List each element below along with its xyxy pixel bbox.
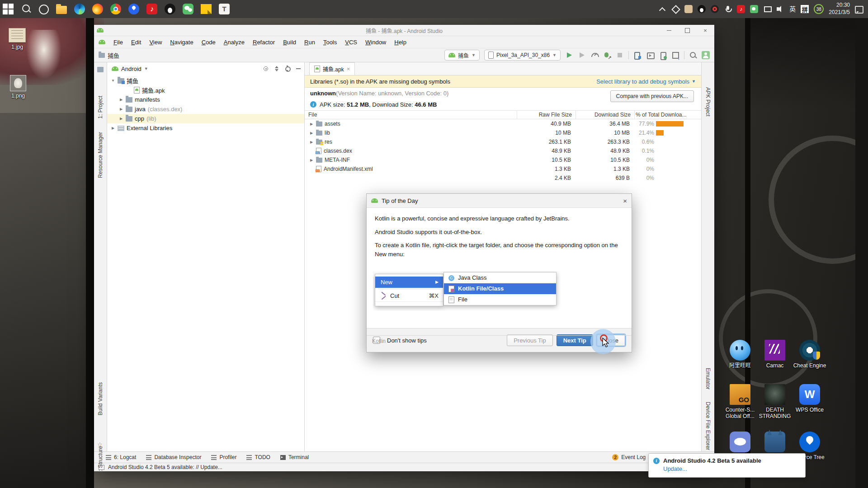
tab-apk-file[interactable]: 捕鱼.apk ×	[309, 62, 355, 75]
menu-tools[interactable]: Tools	[320, 38, 340, 47]
tree-item-cpp[interactable]: ▶ cpp (lib)	[107, 114, 304, 123]
qq-icon[interactable]	[165, 4, 175, 14]
menu-window[interactable]: Window	[362, 38, 390, 47]
run-window-icon[interactable]	[646, 51, 654, 59]
add-debug-symbols-link[interactable]: Select library to add debug symbols ▼	[596, 78, 696, 85]
ime-mode-indicator[interactable]: 拼	[801, 5, 809, 13]
menu-navigate[interactable]: Navigate	[166, 38, 197, 47]
search-everywhere-icon[interactable]	[689, 51, 697, 59]
hide-panel-icon[interactable]	[295, 66, 302, 72]
menu-help[interactable]: Help	[391, 38, 410, 47]
table-row[interactable]: ▶ META-INF 10.5 KB 10.5 KB 0%	[305, 155, 701, 164]
status-message[interactable]: Android Studio 4.2 Beta 5 available: // …	[108, 464, 222, 470]
sync-device-icon[interactable]	[659, 51, 667, 59]
project-view-selector[interactable]: Android	[121, 66, 142, 72]
search-icon[interactable]	[21, 4, 32, 14]
run-button[interactable]	[565, 51, 573, 59]
window-titlebar[interactable]: 捕鱼 - 捕鱼.apk - Android Studio ×	[94, 25, 714, 36]
typora-icon[interactable]	[219, 4, 230, 14]
desktop-icon-wps-office[interactable]: W WPS Office	[792, 384, 828, 413]
tool-strip-resource-manager[interactable]: Resource Manager	[94, 130, 107, 180]
tree-item-external-libraries[interactable]: ▶ External Libraries	[107, 123, 304, 133]
tree-item-捕鱼-apk[interactable]: 捕鱼.apk	[107, 85, 304, 95]
close-tab-icon[interactable]: ×	[347, 66, 350, 72]
tree-item-捕鱼[interactable]: ▼ 捕鱼	[107, 76, 304, 85]
recorder-icon[interactable]	[711, 5, 719, 13]
netease-tray-icon[interactable]	[737, 5, 745, 13]
wechat-tray-icon[interactable]	[750, 5, 758, 13]
table-row[interactable]: classes.dex 48.9 KB 48.9 KB 0.1%	[305, 146, 701, 155]
navigation-bar-item[interactable]: 捕鱼	[99, 51, 119, 60]
desktop-icon-1jpg[interactable]: 1.jpg	[3, 28, 32, 50]
update-link[interactable]: Update...	[663, 465, 801, 472]
network-icon[interactable]	[763, 5, 771, 13]
project-tool-icon[interactable]	[97, 67, 104, 72]
table-row[interactable]: AndroidManifest.xml 1.3 KB 1.3 KB 0%	[305, 164, 701, 174]
firefox-icon[interactable]	[92, 4, 103, 14]
device-manager-icon[interactable]	[633, 51, 642, 59]
battery-indicator[interactable]: 38	[814, 4, 824, 14]
chrome-icon[interactable]	[110, 4, 121, 14]
locate-file-icon[interactable]	[263, 66, 269, 72]
unity-icon[interactable]	[671, 5, 679, 13]
tree-item-java[interactable]: ▶ java (classes.dex)	[107, 104, 304, 114]
tool-window-button-terminal[interactable]: Terminal	[280, 454, 309, 460]
wechat-icon[interactable]	[183, 4, 193, 14]
qq-tray-icon[interactable]	[698, 5, 706, 13]
netease-music-icon[interactable]	[146, 4, 157, 14]
menu-build[interactable]: Build	[279, 38, 300, 47]
table-header-row[interactable]: FileRaw File SizeDownload Size% of Total…	[305, 110, 701, 119]
action-center-icon[interactable]	[855, 6, 863, 14]
device-selector[interactable]: Pixel_3a_API_30_x86 ▼	[484, 50, 561, 61]
menu-edit[interactable]: Edit	[127, 38, 145, 47]
tool-strip-apk-project[interactable]: APK Project	[702, 68, 714, 136]
profile-avatar[interactable]	[702, 51, 710, 59]
close-window-button[interactable]: ×	[696, 25, 714, 36]
desktop-icon-1png[interactable]: 1.png	[4, 75, 33, 99]
attach-debugger-icon[interactable]	[578, 51, 586, 59]
update-notification[interactable]: i Android Studio 4.2 Beta 5 available Up…	[648, 453, 806, 478]
volume-icon[interactable]	[776, 5, 784, 13]
tool-window-button-database[interactable]: Database Inspector	[146, 454, 201, 460]
maximize-button[interactable]	[678, 25, 696, 36]
compare-apk-button[interactable]: Compare with previous APK...	[610, 90, 694, 102]
clock[interactable]: 20:30 2021/3/5	[829, 2, 850, 16]
menu-code[interactable]: Code	[198, 38, 219, 47]
menu-vcs[interactable]: VCS	[341, 38, 361, 47]
sticky-notes-icon[interactable]	[201, 4, 212, 14]
file-explorer-icon[interactable]	[56, 6, 67, 14]
menu-analyze[interactable]: Analyze	[220, 38, 248, 47]
apply-changes-icon[interactable]	[603, 51, 611, 59]
tool-strip-build-variants[interactable]: Build Variants	[94, 374, 107, 424]
minimize-button[interactable]	[660, 25, 678, 36]
tool-strip-device-file-explorer[interactable]: Device File Explorer	[702, 392, 714, 460]
column-header[interactable]: Download Size	[576, 111, 634, 119]
run-configuration-selector[interactable]: 捕鱼 ▼	[444, 50, 480, 61]
dialog-titlebar[interactable]: Tip of the Day ×	[367, 194, 632, 208]
tool-strip-2-favorites[interactable]: 2: Favorites	[94, 477, 107, 488]
desktop-icon-aliwangwang[interactable]: 阿里旺旺	[722, 340, 758, 369]
cat-app-icon[interactable]	[684, 5, 693, 13]
settings-gear-icon[interactable]	[284, 66, 291, 72]
edge-icon[interactable]	[74, 4, 85, 14]
menu-refactor[interactable]: Refactor	[249, 38, 278, 47]
profiler-icon[interactable]	[590, 51, 599, 59]
menu-view[interactable]: View	[146, 38, 165, 47]
desktop-icon-death-stranding[interactable]: DEATH STRANDING	[757, 384, 793, 420]
tray-chevron-icon[interactable]	[658, 5, 666, 13]
tree-item-manifests[interactable]: ▶ manifests	[107, 95, 304, 104]
column-header[interactable]: File	[305, 112, 517, 118]
tool-window-button-logcat[interactable]: 6: Logcat	[106, 454, 136, 460]
sdk-manager-icon[interactable]	[671, 51, 679, 59]
cortana-icon[interactable]	[39, 5, 49, 14]
microphone-icon[interactable]	[724, 5, 732, 13]
menu-run[interactable]: Run	[301, 38, 319, 47]
stop-button[interactable]	[616, 51, 624, 59]
tool-window-button-profiler[interactable]: Profiler	[211, 454, 236, 460]
table-row[interactable]: 2.4 KB 639 B 0%	[305, 174, 701, 183]
column-header[interactable]: % of Total Downloa...	[634, 111, 701, 119]
event-log-button[interactable]: 2 Event Log	[612, 454, 646, 460]
start-icon[interactable]	[3, 4, 14, 14]
desktop-icon-carnac[interactable]: Carnac	[757, 340, 793, 369]
desktop-icon-cheat-engine[interactable]: Cheat Engine	[792, 340, 828, 369]
